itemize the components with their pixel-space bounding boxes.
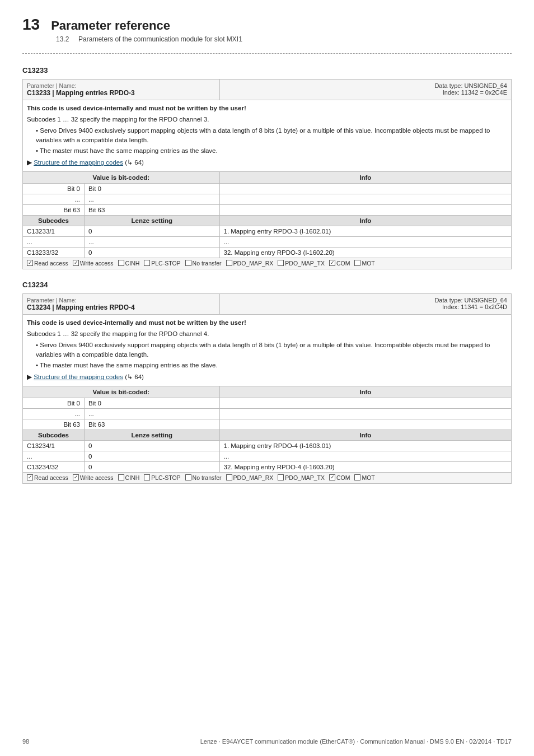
bit-row: Bit 63Bit 63: [23, 204, 512, 215]
unchecked-checkbox: [354, 474, 360, 480]
subcode-value: 0: [85, 247, 220, 258]
unchecked-checkbox: [118, 474, 124, 480]
checkbox-item-cinh: CINH: [118, 474, 140, 481]
description-row: This code is used device-internally and …: [23, 100, 512, 172]
checkbox-item-pdo_map_rx: PDO_MAP_RX: [226, 260, 274, 267]
checkbox-item-pdo_map_tx: PDO_MAP_TX: [278, 260, 325, 267]
checkbox-label: No transfer: [193, 260, 222, 267]
checkbox-item-pdo_map_tx: PDO_MAP_TX: [278, 474, 325, 481]
checkbox-label: Read access: [34, 474, 68, 481]
description-bold: This code is used device-internally and …: [27, 318, 507, 328]
param-header-row: Parameter | Name:C13234 | Mapping entrie…: [23, 294, 512, 315]
checkbox-label: Write access: [80, 260, 114, 267]
checkbox-item-no_transfer: No transfer: [185, 260, 222, 267]
bit-info: [219, 183, 512, 194]
bit-label: ...: [23, 194, 85, 204]
subcodes-header-row: SubcodesLenze settingInfo: [23, 430, 512, 440]
checkbox-item-no_transfer: No transfer: [185, 474, 222, 481]
checked-checkbox: [27, 474, 33, 480]
subcodes-header-row: SubcodesLenze settingInfo: [23, 215, 512, 226]
checkbox-label: PLC-STOP: [151, 474, 180, 481]
bit-label: Bit 0: [23, 398, 85, 408]
subcode-row: C13234/101. Mapping entry RPDO-4 (I-1603…: [23, 440, 512, 451]
subcodes-header-cell-1: Lenze setting: [85, 215, 220, 226]
subcodes-header-cell-0: Subcodes: [23, 215, 85, 226]
bit-label: ...: [23, 408, 85, 419]
structure-link[interactable]: Structure of the mapping codes: [34, 374, 123, 380]
checkbox-item-cinh: CINH: [118, 260, 140, 267]
checkbox-item-com: COM: [329, 474, 350, 481]
checkbox-label: PDO_MAP_RX: [233, 474, 274, 481]
bit-label: Bit 63: [23, 419, 85, 430]
unchecked-checkbox: [144, 260, 150, 266]
bit-row: Bit 0Bit 0: [23, 398, 512, 408]
subcode-value: 0: [85, 226, 220, 236]
unchecked-checkbox: [185, 260, 191, 266]
subcode-value: 0: [85, 440, 220, 451]
section-label-C13233: C13233: [22, 66, 512, 74]
subcodes-header-cell-1: Lenze setting: [85, 430, 220, 440]
param-datatype: Data type: UNSIGNED_64Index: 11341 = 0x2…: [219, 294, 512, 315]
checked-checkbox: [73, 474, 79, 480]
footer-cell: Read accessWrite accessCINHPLC-STOPNo tr…: [23, 258, 512, 269]
checkbox-item-write_access: Write access: [73, 260, 114, 267]
checkbox-item-mot: MOT: [354, 474, 374, 481]
subcode-row: C13233/101. Mapping entry RPDO-3 (I-1602…: [23, 226, 512, 236]
checkbox-item-plc_stop: PLC-STOP: [144, 474, 180, 481]
bit-coded-label: Value is bit-coded:: [23, 171, 220, 183]
checkbox-item-read_access: Read access: [27, 260, 68, 267]
sections-container: C13233Parameter | Name:C13233 | Mapping …: [22, 66, 512, 484]
bit-row: ......: [23, 194, 512, 204]
subcode-row: C13234/32032. Mapping entry RPDO-4 (I-16…: [23, 461, 512, 472]
subcodes-header-cell-2: Info: [219, 430, 512, 440]
param-table-C13233: Parameter | Name:C13233 | Mapping entrie…: [22, 79, 512, 269]
unchecked-checkbox: [226, 474, 232, 480]
subcodes-header-cell-0: Subcodes: [23, 430, 85, 440]
checked-checkbox: [329, 260, 335, 266]
description-bullet-0: • Servo Drives 9400 exclusively support …: [36, 126, 507, 146]
bit-info: [219, 204, 512, 215]
subcode-info: ...: [219, 451, 512, 461]
checked-checkbox: [73, 260, 79, 266]
checkbox-item-com: COM: [329, 260, 350, 267]
bit-info: [219, 194, 512, 204]
bit-coded-info-header: Info: [219, 171, 512, 183]
bit-coded-info-header: Info: [219, 386, 512, 398]
checkbox-label: CINH: [125, 260, 140, 267]
checkbox-label: CINH: [125, 474, 140, 481]
bit-value: ...: [85, 194, 220, 204]
param-name: C13234 | Mapping entries RPDO-4: [27, 304, 216, 311]
checkbox-item-write_access: Write access: [73, 474, 114, 481]
subcode-code: C13233/1: [23, 226, 85, 236]
subcode-code: C13234/32: [23, 461, 85, 472]
structure-link-container: ▶ Structure of the mapping codes (↳ 64): [27, 158, 507, 167]
bit-value: Bit 0: [85, 183, 220, 194]
bit-label: Bit 63: [23, 204, 85, 215]
subcode-code: C13234/1: [23, 440, 85, 451]
unchecked-checkbox: [185, 474, 191, 480]
subchapter-line: 13.2 Parameters of the communication mod…: [22, 35, 512, 43]
subcode-info: 1. Mapping entry RPDO-4 (I-1603.01): [219, 440, 512, 451]
description-bold: This code is used device-internally and …: [27, 104, 507, 113]
description-line-1: Subcodes 1 … 32 specify the mapping for …: [27, 329, 507, 339]
checked-checkbox: [329, 474, 335, 480]
unchecked-checkbox: [354, 260, 360, 266]
divider: [22, 53, 512, 54]
checkbox-item-plc_stop: PLC-STOP: [144, 260, 180, 267]
bit-row: Bit 0Bit 0: [23, 183, 512, 194]
checkbox-label: PLC-STOP: [151, 260, 180, 267]
checkbox-label: MOT: [362, 260, 374, 267]
unchecked-checkbox: [226, 260, 232, 266]
checked-checkbox: [27, 260, 33, 266]
param-header-row: Parameter | Name:C13233 | Mapping entrie…: [23, 80, 512, 100]
section-label-C13234: C13234: [22, 281, 512, 289]
bit-row: Bit 63Bit 63: [23, 419, 512, 430]
structure-link[interactable]: Structure of the mapping codes: [34, 159, 123, 166]
footer-row: Read accessWrite accessCINHPLC-STOPNo tr…: [23, 472, 512, 484]
bit-label: Bit 0: [23, 183, 85, 194]
footer-cell: Read accessWrite accessCINHPLC-STOPNo tr…: [23, 472, 512, 484]
unchecked-checkbox: [278, 474, 284, 480]
description-row: This code is used device-internally and …: [23, 315, 512, 386]
param-table-C13234: Parameter | Name:C13234 | Mapping entrie…: [22, 293, 512, 484]
checkbox-label: MOT: [362, 474, 374, 481]
